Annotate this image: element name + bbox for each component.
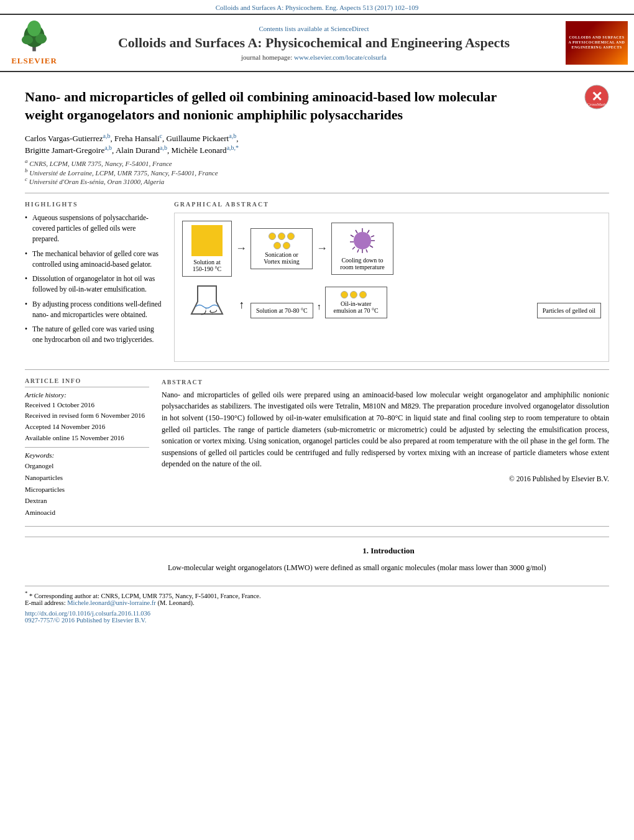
journal-title-center: Contents lists available at ScienceDirec… bbox=[68, 25, 559, 61]
doi-link[interactable]: http://dx.doi.org/10.1016/j.colsurfa.201… bbox=[25, 610, 150, 617]
corresponding-author-footnote: * * Corresponding author at: CNRS, LCPM,… bbox=[25, 590, 609, 599]
journal-top-link: Colloids and Surfaces A: Physicochem. En… bbox=[0, 0, 634, 14]
keywords-list: Organogel Nanoparticles Microparticles D… bbox=[25, 460, 149, 518]
ga-label-2: Sonication orVortex mixing bbox=[256, 251, 307, 265]
ga-drop bbox=[269, 233, 276, 240]
highlights-label: HIGHLIGHTS bbox=[25, 201, 162, 208]
crossmark-icon: ✕ CrossMark bbox=[584, 85, 609, 109]
ga-up-arrow: → bbox=[235, 300, 248, 311]
svg-line-20 bbox=[356, 230, 357, 233]
abstract-column: ABSTRACT Nano- and microparticles of gel… bbox=[162, 377, 609, 519]
ga-label-3: Cooling down toroom temperature bbox=[337, 257, 388, 270]
journal-citation-link[interactable]: Colloids and Surfaces A: Physicochem. En… bbox=[216, 4, 419, 11]
svg-line-14 bbox=[366, 249, 367, 252]
issn-text: 0927-7757/© 2016 Published by Elsevier B… bbox=[25, 617, 146, 624]
keyword-3: Microparticles bbox=[25, 484, 149, 496]
email-footnote: E-mail address: Michele.leonard@univ-lor… bbox=[25, 599, 609, 606]
ga-box-5: Oil-in-wateremulsion at 70 °C bbox=[325, 287, 387, 318]
ga-box-2: Sonication orVortex mixing bbox=[250, 228, 313, 269]
affiliations: a CNRS, LCPM, UMR 7375, Nancy, F-54001, … bbox=[25, 158, 609, 185]
journal-main-title: Colloids and Surfaces A: Physicochemical… bbox=[68, 35, 559, 51]
received-2: Received in revised form 6 November 2016 bbox=[25, 410, 149, 422]
ga-box-1: Solution at150-190 °C bbox=[182, 221, 232, 277]
abstract-text: Nano- and microparticles of gelled oils … bbox=[162, 389, 609, 470]
intro-right-col: 1. Introduction Low-molecular weight org… bbox=[168, 545, 609, 574]
article-info-label: ARTICLE INFO bbox=[25, 377, 149, 384]
svg-line-11 bbox=[371, 236, 374, 237]
article-info-abstract-section: ARTICLE INFO Article history: Received 1… bbox=[25, 377, 609, 519]
journal-homepage: journal homepage: www.elsevier.com/locat… bbox=[68, 53, 559, 61]
accepted: Accepted 14 November 2016 bbox=[25, 422, 149, 433]
intro-heading: 1. Introduction bbox=[168, 545, 609, 557]
divider-1 bbox=[25, 193, 609, 193]
ga-arrow-2: → bbox=[316, 242, 328, 255]
ga-label-6: Particles of gelled oil bbox=[543, 307, 595, 314]
email-link[interactable]: Michele.leonard@univ-lorraine.fr bbox=[67, 599, 156, 606]
ga-box-4: Solution at 70-80 °C bbox=[250, 303, 313, 318]
journal-right-logo: COLLOIDS AND SURFACES A PHYSICOCHEMICAL … bbox=[566, 21, 628, 65]
sciencedirect-link[interactable]: ScienceDirect bbox=[331, 25, 369, 32]
ga-drop-sm bbox=[350, 291, 357, 298]
svg-point-8 bbox=[354, 232, 371, 249]
elsevier-tree-icon bbox=[16, 20, 53, 54]
ga-box-3: Cooling down toroom temperature bbox=[331, 223, 393, 275]
received-1: Received 1 October 2016 bbox=[25, 400, 149, 411]
ga-drop bbox=[278, 233, 285, 240]
list-item: By adjusting process conditions well-def… bbox=[25, 299, 162, 321]
authors-line: Carlos Vargas-Gutierreza,b, Freha Hansal… bbox=[25, 132, 609, 155]
copyright-text: © 2016 Published by Elsevier B.V. bbox=[162, 474, 609, 484]
highlights-list: Aqueous suspensions of polysaccharide-co… bbox=[25, 213, 162, 346]
svg-point-4 bbox=[27, 21, 41, 37]
ga-yellow-square bbox=[191, 225, 223, 256]
journal-homepage-link[interactable]: www.elsevier.com/locate/colsurfa bbox=[294, 53, 387, 61]
ga-droplets bbox=[266, 233, 297, 249]
journal-header: ELSEVIER Contents lists available at Sci… bbox=[0, 14, 634, 72]
doi-area: http://dx.doi.org/10.1016/j.colsurfa.201… bbox=[25, 610, 609, 624]
divider-2 bbox=[25, 369, 609, 370]
list-item: The nature of gelled core was varied usi… bbox=[25, 324, 162, 346]
highlights-column: HIGHLIGHTS Aqueous suspensions of polysa… bbox=[25, 201, 162, 362]
graphical-abstract-column: GRAPHICAL ABSTRACT Solution at150-190 °C… bbox=[174, 201, 609, 362]
sciencedirect-label: Contents lists available at ScienceDirec… bbox=[68, 25, 559, 32]
ga-drop-sm bbox=[359, 291, 367, 298]
keywords-sublabel: Keywords: bbox=[25, 451, 149, 459]
info-dates: Received 1 October 2016 Received in revi… bbox=[25, 400, 149, 443]
svg-line-13 bbox=[370, 246, 373, 247]
keyword-4: Dextran bbox=[25, 495, 149, 507]
keywords-divider bbox=[25, 447, 149, 448]
graphical-abstract-label: GRAPHICAL ABSTRACT bbox=[174, 201, 609, 208]
list-item: The mechanical behavior of gelled core w… bbox=[25, 249, 162, 270]
list-item: Aqueous suspensions of polysaccharide-co… bbox=[25, 213, 162, 245]
ga-box-6: Particles of gelled oil bbox=[537, 303, 601, 318]
highlights-graphical-section: HIGHLIGHTS Aqueous suspensions of polysa… bbox=[25, 201, 609, 362]
svg-text:ب ز: ب ز bbox=[201, 305, 218, 315]
abstract-label: ABSTRACT bbox=[162, 377, 609, 387]
divider-3 bbox=[25, 526, 609, 527]
keyword-2: Nanoparticles bbox=[25, 472, 149, 484]
svg-text:CrossMark: CrossMark bbox=[587, 102, 607, 107]
keyword-5: Aminoacid bbox=[25, 507, 149, 519]
svg-line-10 bbox=[367, 230, 369, 233]
ga-beaker: ب ز bbox=[182, 283, 232, 318]
article-title: Nano- and microparticles of gelled oil c… bbox=[25, 88, 522, 124]
elsevier-text: ELSEVIER bbox=[11, 56, 57, 66]
svg-point-2 bbox=[22, 35, 33, 45]
ga-drop bbox=[287, 233, 295, 240]
intro-text: Low-molecular weight organogelators (LMW… bbox=[168, 562, 609, 574]
beaker-icon: ب ز bbox=[188, 283, 226, 317]
crossmark-badge: ✕ CrossMark bbox=[584, 85, 609, 112]
ga-arrow-3: ↑ bbox=[317, 302, 321, 312]
graphical-abstract-diagram: Solution at150-190 °C → Sonication orVor… bbox=[174, 213, 609, 362]
info-divider bbox=[25, 387, 149, 387]
available-online: Available online 15 November 2016 bbox=[25, 433, 149, 444]
history-sublabel: Article history: bbox=[25, 391, 149, 399]
ga-drop-sm bbox=[341, 291, 348, 298]
footnote-area: * * Corresponding author at: CNRS, LCPM,… bbox=[25, 586, 609, 606]
intro-two-col: 1. Introduction Low-molecular weight org… bbox=[25, 545, 609, 574]
svg-line-17 bbox=[352, 247, 355, 249]
intro-left-col bbox=[25, 545, 149, 574]
hairy-particle-icon bbox=[349, 227, 376, 254]
ga-label-1: Solution at150-190 °C bbox=[188, 259, 226, 272]
svg-line-16 bbox=[357, 249, 359, 252]
svg-line-19 bbox=[351, 235, 354, 237]
